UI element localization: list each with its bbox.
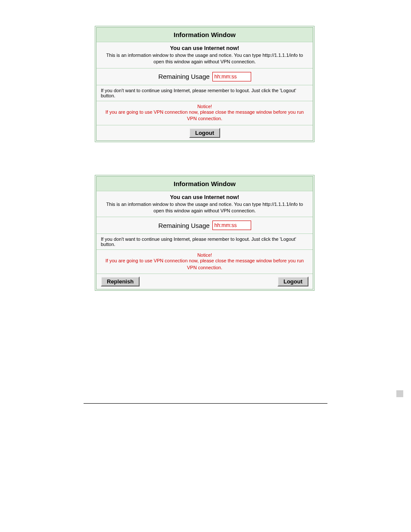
description-text: This is an information window to show th…: [101, 52, 308, 65]
panel-title: Information Window: [97, 177, 313, 191]
logout-button[interactable]: Logout: [277, 277, 308, 286]
remaining-usage-row: Remaining Usage: [97, 68, 313, 85]
button-row: Logout: [97, 125, 313, 140]
logout-hint-text: If you don't want to continue using Inte…: [97, 85, 313, 101]
notice-row: Notice! If you are going to use VPN conn…: [97, 101, 313, 125]
headline-text: You can use Internet now!: [101, 45, 308, 51]
description-text: This is an information window to show th…: [101, 201, 308, 215]
logout-button[interactable]: Logout: [189, 128, 220, 138]
remaining-usage-input[interactable]: [212, 221, 251, 230]
document-page: Information Window You can use Internet …: [0, 26, 411, 532]
remaining-usage-label: Remaining Usage: [158, 222, 209, 229]
button-row: Replenish Logout: [97, 274, 313, 289]
replenish-button[interactable]: Replenish: [101, 277, 140, 286]
scroll-handle-icon: [396, 390, 403, 397]
info-window-panel-2: Information Window You can use Internet …: [95, 175, 314, 291]
remaining-usage-label: Remaining Usage: [158, 73, 209, 80]
panel-title: Information Window: [97, 28, 313, 42]
remaining-usage-row: Remaining Usage: [97, 217, 313, 234]
headline-row: You can use Internet now! This is an inf…: [97, 191, 313, 218]
logout-hint-text: If you don't want to continue using Inte…: [97, 234, 313, 250]
info-window-panel-1: Information Window You can use Internet …: [95, 26, 314, 142]
notice-body: If you are going to use VPN connection n…: [101, 258, 308, 271]
headline-text: You can use Internet now!: [101, 194, 308, 200]
notice-body: If you are going to use VPN connection n…: [101, 109, 308, 122]
notice-title: Notice!: [101, 252, 308, 258]
remaining-usage-input[interactable]: [212, 72, 251, 81]
horizontal-divider: [84, 403, 327, 404]
headline-row: You can use Internet now! This is an inf…: [97, 42, 313, 68]
notice-row: Notice! If you are going to use VPN conn…: [97, 250, 313, 274]
notice-title: Notice!: [101, 104, 308, 109]
